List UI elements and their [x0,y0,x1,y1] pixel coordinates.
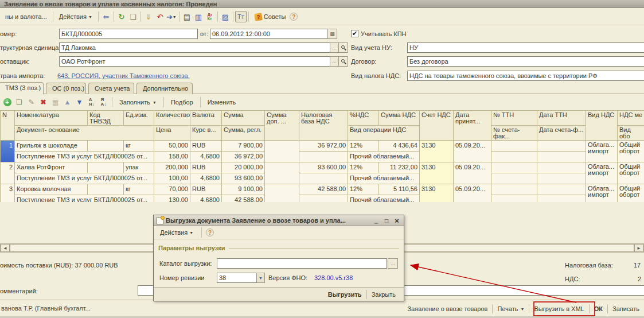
cell-turnover[interactable]: Общий оборот [618,184,644,203]
refresh-icon[interactable]: ↻ [116,11,127,22]
cell-qty[interactable]: 50,000 [154,141,190,152]
tab-tmz[interactable]: ТМЗ (3 поз.) [0,82,44,94]
cell-vat-sum[interactable]: 11 232,00 [379,162,420,173]
cell-vat-pct[interactable]: 12% [348,141,379,152]
cell-vat-account[interactable]: 3130 [420,184,454,203]
cell-price[interactable]: 130,00 [154,195,190,203]
cell-ttn-date[interactable] [537,141,586,152]
cell-tax-base[interactable]: 42 588,00 [299,184,348,195]
application-print-form-button[interactable]: Заявление о ввозе товаров [403,304,492,314]
cell-tax-base[interactable]: 36 972,00 [299,141,348,152]
table-row[interactable]: 1 Грильяж в шоколаде кг 50,000 RUB 7 900… [1,141,644,152]
table-row-line2[interactable]: Поступление ТМЗ и услуг БКТДЛ000025 от..… [1,152,644,162]
cell-date-accept[interactable]: 05.09.20... [454,141,491,162]
cell-doc-base[interactable]: Поступление ТМЗ и услуг БКТДЛ000025 от..… [15,195,154,203]
cell-tax-base-2[interactable] [299,152,348,162]
maximize-icon[interactable]: □ [383,218,391,224]
tab-additional[interactable]: Дополнительно [136,83,193,94]
table-row[interactable]: 3 Коровка молочная кг 70,000 RUB 9 100,0… [1,184,644,195]
save-button[interactable]: Записать [608,304,644,314]
dialog-actions-button[interactable]: Действия ▼ [156,227,197,238]
dialog-help-icon[interactable]: ? [206,228,214,236]
delete-row-icon[interactable]: ✖ [38,97,49,108]
cell-ttn-no[interactable] [491,141,537,152]
cell-sum-dop[interactable] [265,162,299,184]
table-row-line2[interactable]: Поступление ТМЗ и услуг БКТДЛ000025 от..… [1,173,644,184]
col-vat-kind[interactable]: Вид НДС [586,111,618,141]
post-document-icon[interactable]: ⇓ [143,11,154,22]
cell-doc-base[interactable]: Поступление ТМЗ и услуг БКТДЛ000025 от..… [15,173,154,184]
cell-turnover[interactable]: Общий оборот [618,162,644,184]
col-nomenclature[interactable]: Номенклатура [15,111,88,126]
cell-price[interactable]: 100,00 [154,173,190,184]
col-vat-account[interactable]: Счет НДС [420,111,454,141]
cell-name[interactable]: Халва РотФронт [15,162,88,173]
change-button[interactable]: Изменить [204,98,240,107]
dialog-export-button[interactable]: Выгрузить [323,289,366,300]
cell-vat-sum[interactable]: 5 110,56 [379,184,420,195]
col-vat-op[interactable]: Вид операции НДС [348,126,420,141]
cell-vat-sum[interactable]: 4 436,64 [379,141,420,152]
print-button[interactable]: Печать ▼ [493,304,529,314]
cell-unit[interactable]: кг [124,141,154,152]
export-dialog-titlebar[interactable]: Выгрузка документа Заявление о ввозе тов… [154,215,404,226]
vat-type-input[interactable]: НДС на товары таможенного союза, ввозимы… [407,71,644,81]
save-grid-icon[interactable]: ▦ [50,97,61,108]
cell-sum[interactable]: 9 100,00 [222,184,265,195]
cell-tnved[interactable] [88,162,124,173]
row-number-cell[interactable]: 2 [1,162,15,184]
supplier-ellipsis-button[interactable]: ... [330,56,339,67]
cell-invoice-no[interactable] [491,152,537,162]
cell-sum-regl[interactable]: 42 588,00 [222,195,265,203]
date-input[interactable]: 06.09.2012 12:00:00 [210,29,328,39]
row-number-cell[interactable]: 1 [1,141,15,162]
cell-name[interactable]: Грильяж в шоколаде [15,141,88,152]
cell-invoice-date[interactable] [537,173,586,184]
description-icon[interactable]: Тт [235,11,247,22]
nu-accounting-input[interactable]: НУ [407,42,644,53]
ok-button[interactable]: ОК [590,304,607,314]
advices-button[interactable]: ? Советы [251,11,290,22]
copy-row-icon[interactable]: ❏ [14,97,25,108]
cell-vat-kind[interactable]: Облага... импорт [586,184,618,203]
cell-doc-base[interactable]: Поступление ТМЗ и услуг БКТДЛ000025 от..… [15,152,154,162]
copy-document-icon[interactable]: ❏ [127,11,139,22]
structural-unit-search-icon[interactable] [338,42,348,53]
minimize-icon[interactable]: _ [372,218,380,224]
col-tnved[interactable]: Код ТНВЭД [88,111,124,126]
cell-rate[interactable]: 4,6800 [190,152,222,162]
col-n[interactable]: N [1,111,15,141]
revision-dropdown-icon[interactable]: ▼ [256,273,265,283]
cell-qty[interactable]: 70,000 [154,184,190,195]
scroll-right-icon[interactable]: ► [634,244,643,252]
cell-tnved[interactable] [88,184,124,195]
col-date-accept[interactable]: Дата принят... [454,111,491,141]
cell-sum-dop[interactable] [265,141,299,162]
cell-ttn-no[interactable] [491,162,537,173]
cell-currency[interactable]: RUB [190,184,222,195]
pick-button[interactable]: Подбор [167,98,197,107]
row-number-cell[interactable]: 3 [1,184,15,203]
col-qty[interactable]: Количество [154,111,190,126]
reread-document-icon[interactable]: ⇐ [100,11,112,22]
revision-select[interactable]: 38 [217,273,257,283]
catalog-ellipsis-button[interactable]: ... [388,258,398,269]
cell-rate[interactable]: 4,6800 [190,173,222,184]
col-sum-regl[interactable]: Сумма, регл. [222,126,265,141]
edit-row-icon[interactable]: ✎ [26,97,37,108]
col-doc-base[interactable]: Документ- основание [15,126,154,141]
cell-date-accept[interactable]: 05.09.20... [454,184,491,203]
cell-name[interactable]: Коровка молочная [15,184,88,195]
cell-invoice-date[interactable] [537,195,586,203]
col-invoice-date[interactable]: Дата счета-ф... [537,126,586,141]
col-currency[interactable]: Валюта [190,111,222,126]
col-rate[interactable]: Курс в... [190,126,222,141]
cell-ttn-date[interactable] [537,162,586,173]
cell-qty[interactable]: 200,000 [154,162,190,173]
go-to-icon[interactable]: ➔▼ [166,11,177,22]
cell-tax-base[interactable]: 93 600,00 [299,162,348,173]
move-down-icon[interactable]: ▼ [74,97,85,108]
cell-currency[interactable]: RUB [190,141,222,152]
cell-invoice-no[interactable] [491,173,537,184]
import-country-link[interactable]: 643, РОССИЯ, участник Таможенного союза. [57,72,190,79]
